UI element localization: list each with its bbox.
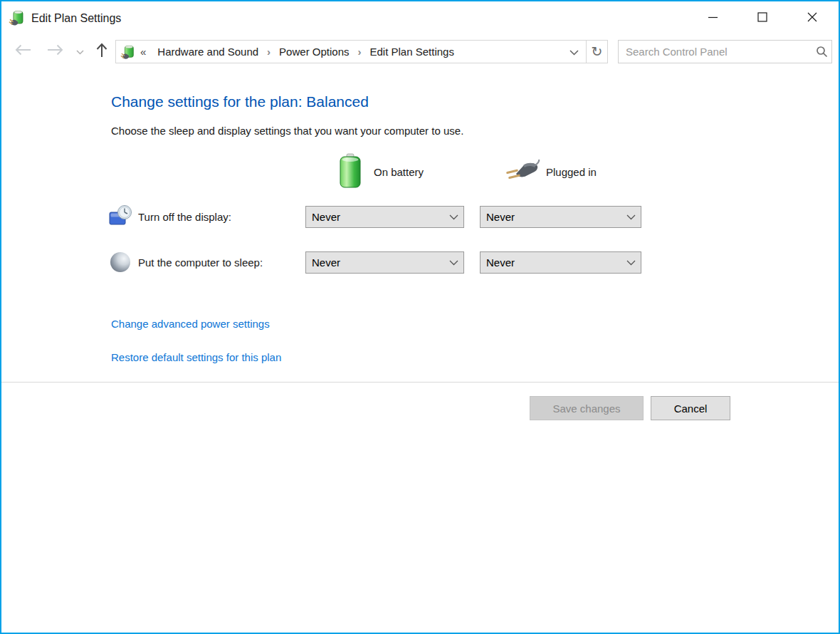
power-plan-battery-icon bbox=[120, 44, 136, 60]
search-box bbox=[618, 40, 832, 63]
breadcrumb-item-edit-plan-settings[interactable]: Edit Plan Settings bbox=[366, 41, 458, 63]
navigation-bar: « Hardware and Sound › Power Options › E… bbox=[1, 36, 839, 67]
chevron-down-icon bbox=[621, 260, 641, 266]
maximize-button[interactable] bbox=[737, 1, 787, 36]
chevron-down-icon bbox=[443, 214, 463, 220]
refresh-button[interactable]: ↻ bbox=[586, 40, 608, 63]
window-controls bbox=[688, 1, 839, 36]
select-value: Never bbox=[481, 211, 621, 223]
display-on-battery-select[interactable]: Never bbox=[305, 206, 464, 228]
chevron-down-icon bbox=[443, 260, 463, 266]
sleep-on-battery-select[interactable]: Never bbox=[305, 251, 464, 274]
chevron-down-icon bbox=[569, 46, 579, 58]
window-title: Edit Plan Settings bbox=[31, 1, 121, 36]
minimize-button[interactable] bbox=[688, 1, 737, 36]
save-changes-button[interactable]: Save changes bbox=[530, 396, 644, 420]
breadcrumb: « Hardware and Sound › Power Options › E… bbox=[115, 40, 587, 63]
sleep-moon-icon bbox=[110, 252, 130, 272]
search-input[interactable] bbox=[619, 46, 812, 58]
edit-plan-settings-window: Edit Plan Settings bbox=[0, 0, 840, 634]
change-advanced-power-settings-link[interactable]: Change advanced power settings bbox=[111, 318, 270, 330]
select-value: Never bbox=[306, 256, 443, 269]
cancel-button[interactable]: Cancel bbox=[651, 396, 730, 420]
forward-arrow-icon bbox=[46, 43, 65, 59]
minimize-icon bbox=[707, 11, 718, 26]
column-header-on-battery: On battery bbox=[374, 166, 424, 178]
select-value: Never bbox=[481, 256, 621, 269]
breadcrumb-separator-icon[interactable]: › bbox=[354, 46, 366, 58]
breadcrumb-separator-icon[interactable]: › bbox=[263, 46, 275, 58]
select-value: Never bbox=[306, 211, 443, 223]
forward-button[interactable] bbox=[44, 36, 67, 67]
page-title: Change settings for the plan: Balanced bbox=[111, 93, 369, 110]
maximize-icon bbox=[757, 11, 768, 26]
row-label-turn-off-display: Turn off the display: bbox=[138, 211, 231, 223]
footer-separator bbox=[1, 382, 839, 383]
breadcrumb-item-power-options[interactable]: Power Options bbox=[275, 41, 353, 63]
battery-icon bbox=[338, 153, 362, 192]
close-icon bbox=[807, 11, 818, 26]
back-button[interactable] bbox=[11, 36, 34, 67]
close-button[interactable] bbox=[787, 1, 837, 36]
breadcrumb-item-hardware-and-sound[interactable]: Hardware and Sound bbox=[153, 41, 263, 63]
restore-default-settings-link[interactable]: Restore default settings for this plan bbox=[111, 351, 281, 363]
chevron-down-icon bbox=[76, 45, 84, 58]
back-arrow-icon bbox=[14, 43, 32, 59]
title-bar: Edit Plan Settings bbox=[1, 1, 839, 36]
refresh-icon: ↻ bbox=[592, 43, 603, 60]
display-plugged-in-select[interactable]: Never bbox=[480, 206, 641, 228]
plug-icon bbox=[502, 159, 540, 187]
breadcrumb-collapsed-icon[interactable]: « bbox=[140, 46, 146, 58]
up-arrow-icon bbox=[95, 42, 108, 61]
sleep-plugged-in-select[interactable]: Never bbox=[480, 251, 641, 274]
up-button[interactable] bbox=[93, 36, 111, 67]
page-description: Choose the sleep and display settings th… bbox=[111, 125, 463, 137]
column-header-plugged-in: Plugged in bbox=[546, 166, 597, 178]
power-plan-battery-icon bbox=[9, 9, 26, 26]
address-dropdown-button[interactable] bbox=[562, 41, 586, 63]
search-icon[interactable] bbox=[812, 46, 831, 58]
display-clock-icon bbox=[109, 204, 133, 230]
row-label-sleep: Put the computer to sleep: bbox=[138, 256, 263, 269]
recent-pages-button[interactable] bbox=[73, 36, 87, 67]
chevron-down-icon bbox=[621, 214, 641, 220]
